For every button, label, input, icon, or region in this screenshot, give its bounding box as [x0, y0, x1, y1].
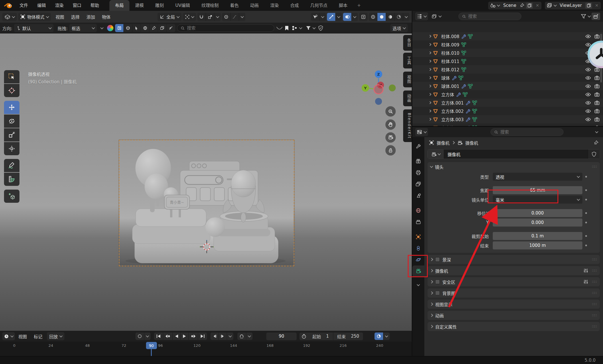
camera-data-tab-icon[interactable] [412, 265, 424, 277]
tool-transform-button[interactable] [4, 142, 19, 155]
workspace-tab[interactable]: 渲染 [264, 0, 284, 11]
hide-eye-icon[interactable] [585, 76, 591, 80]
expand-chevron-icon[interactable] [429, 101, 431, 104]
expand-chevron-icon[interactable] [429, 85, 431, 88]
play-button[interactable] [181, 332, 188, 340]
mode-dropdown[interactable]: 物体模式 [18, 13, 51, 21]
drag-dropdown[interactable]: 框选 [69, 24, 97, 32]
chevron-down-icon[interactable] [383, 332, 390, 340]
outliner-search[interactable] [458, 13, 521, 20]
playback-dropdown[interactable]: 回放 [47, 332, 64, 340]
chevron-down-icon[interactable] [246, 332, 253, 340]
animate-decorator-dot[interactable] [585, 235, 587, 237]
playhead[interactable]: 90 [146, 342, 157, 349]
chevron-down-icon[interactable] [320, 13, 326, 21]
object-name[interactable]: 柱体.009 [441, 42, 459, 48]
properties-editor-type-button[interactable] [415, 128, 428, 136]
properties-search-input[interactable] [500, 129, 560, 135]
expand-chevron-icon[interactable] [429, 110, 431, 113]
workspace-tab[interactable]: 雕刻 [149, 0, 170, 11]
gizmos-toggle[interactable] [327, 13, 342, 21]
hide-eye-icon[interactable] [585, 84, 591, 88]
object-name[interactable]: 柱体.012 [441, 66, 459, 72]
shield-icon[interactable] [318, 25, 323, 31]
panel-摄像机[interactable]: 摄像机 ∷∷ [427, 266, 600, 276]
object-name[interactable]: 柱体.010 [441, 50, 459, 56]
panel-grip-icon[interactable]: ∷∷ [592, 269, 597, 273]
solid-shading-icon[interactable] [377, 13, 386, 21]
expand-chevron-icon[interactable] [429, 35, 431, 38]
sphere-falloff-icon[interactable] [124, 24, 132, 32]
gizmo-arrow-icon[interactable] [327, 13, 336, 21]
next-keyframe-button[interactable] [189, 332, 198, 340]
field-0[interactable]: 透视 [493, 173, 582, 181]
chevron-down-icon[interactable] [144, 332, 151, 340]
snap-target-icon[interactable] [206, 13, 214, 21]
expand-chevron-icon[interactable] [429, 52, 431, 54]
panel-sliders-icon[interactable] [584, 268, 588, 273]
disable-render-camera-icon[interactable] [594, 76, 600, 80]
expand-chevron-icon[interactable] [429, 60, 431, 63]
object-name[interactable]: 球体.001 [441, 83, 459, 89]
rendered-shading-icon[interactable] [395, 13, 403, 21]
disable-render-camera-icon[interactable] [594, 34, 600, 39]
outliner-row[interactable]: 柱体.012 [412, 65, 603, 74]
field-3[interactable]: 0.000 [493, 209, 582, 217]
scene-name[interactable]: Scene [501, 3, 518, 8]
sidebar-tab-BlenderKit[interactable]: BlenderKit [403, 109, 412, 142]
end-frame-field[interactable]: 结束 250 [333, 332, 363, 340]
disable-render-camera-icon[interactable] [594, 117, 600, 122]
id-name-field[interactable]: 摄像机 [427, 149, 600, 159]
render-tab-icon[interactable] [412, 156, 424, 167]
options-dropdown[interactable]: 选项 [390, 24, 408, 32]
outliner-filter-dropdown[interactable] [580, 12, 592, 20]
fake-user-shield-button[interactable] [588, 149, 600, 159]
panel-grip-icon[interactable]: ∷∷ [592, 257, 597, 261]
visibility-dropdown[interactable] [311, 13, 326, 21]
chevron-down-icon[interactable] [336, 13, 342, 21]
disable-render-camera-icon[interactable] [594, 84, 600, 88]
timeline-editor-type-button[interactable] [2, 332, 15, 340]
panel-背景图[interactable]: 背景图 ∷∷ [427, 288, 600, 298]
tree-display-dropdown[interactable] [291, 24, 303, 32]
field-1[interactable]: 65 mm [493, 186, 582, 194]
outliner-row[interactable]: 柱体.011 [412, 57, 603, 65]
panel-自定义属性[interactable]: 自定义属性 ∷∷ [427, 322, 600, 331]
proportional-circle-icon[interactable] [222, 13, 230, 21]
chevron-down-icon[interactable] [214, 13, 221, 21]
viewport-menu-物体[interactable]: 物体 [98, 14, 114, 20]
playback-sync-icon[interactable] [375, 332, 383, 340]
hide-eye-icon[interactable] [585, 109, 591, 113]
hide-eye-icon[interactable] [585, 34, 591, 38]
sidebar-tab-工具[interactable]: 工具 [403, 53, 412, 68]
menu-窗口[interactable]: 窗口 [68, 0, 86, 11]
viewport-menu-选择[interactable]: 选择 [68, 14, 83, 20]
object-name[interactable]: 立方体.001 [441, 100, 464, 106]
pivot-point-dropdown[interactable] [183, 13, 196, 21]
tool-rotate-button[interactable] [4, 115, 19, 128]
breadcrumb-object[interactable]: 摄像机 [437, 140, 450, 146]
viewlayer-name[interactable]: ViewLayer [558, 3, 584, 8]
menu-帮助[interactable]: 帮助 [86, 0, 104, 11]
outliner-row[interactable]: 球体.001 [412, 82, 603, 90]
expand-chevron-icon[interactable] [429, 43, 431, 46]
more-tabs-chevron-icon[interactable] [412, 279, 424, 291]
tool-cursor-button[interactable] [4, 84, 19, 97]
step-back-button[interactable] [210, 332, 218, 340]
collection-tab-icon[interactable] [412, 216, 424, 228]
tool-select-box-button[interactable] [4, 70, 19, 83]
snap-increment-icon[interactable] [167, 24, 175, 32]
chevron-down-icon[interactable] [239, 13, 245, 21]
direction-dropdown[interactable]: 默认 [14, 24, 54, 32]
object-name[interactable]: 立方体.002 [441, 108, 464, 114]
chevron-down-icon[interactable] [352, 13, 358, 21]
xray-toggle[interactable] [359, 13, 368, 21]
panel-grip-icon[interactable]: ∷∷ [592, 313, 597, 317]
hide-eye-icon[interactable] [585, 117, 591, 121]
disable-render-camera-icon[interactable] [594, 92, 600, 97]
disable-render-camera-icon[interactable] [594, 101, 600, 105]
panel-grip-icon[interactable]: ∷∷ [592, 291, 597, 295]
menu-编辑[interactable]: 编辑 [33, 0, 50, 11]
constraints-tab-icon[interactable] [412, 243, 424, 254]
disable-render-camera-icon[interactable] [594, 125, 600, 126]
